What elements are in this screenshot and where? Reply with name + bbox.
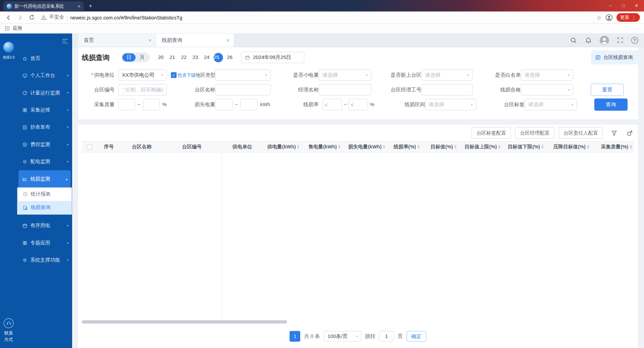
- sort-icon[interactable]: [383, 145, 385, 149]
- new-station-select[interactable]: 请选择▾: [421, 69, 473, 81]
- maximize-button[interactable]: □: [617, 0, 630, 11]
- column-header-sortable[interactable]: 损失电量(kWh): [345, 143, 388, 150]
- page-size-select[interactable]: 100条/页▾: [324, 331, 362, 342]
- bell-icon[interactable]: [585, 37, 592, 44]
- tab-close-icon[interactable]: ×: [226, 38, 229, 43]
- fullscreen-scan-icon[interactable]: [617, 37, 624, 44]
- select-all-checkbox[interactable]: [87, 144, 92, 149]
- loss-energy-min-input[interactable]: [216, 99, 232, 110]
- date-option[interactable]: 23: [191, 53, 200, 62]
- manager-id-input[interactable]: [425, 87, 469, 93]
- sidebar-item-orderly-power[interactable]: 有序用电 ▾: [17, 217, 72, 234]
- workspace-tab-line-loss-query[interactable]: 线损查询 ×: [156, 33, 234, 47]
- profile-icon[interactable]: [605, 14, 613, 21]
- include-sub-label[interactable]: 包含下级: [177, 72, 196, 78]
- period-month-button[interactable]: 月: [136, 53, 149, 61]
- include-sub-checkbox[interactable]: ✓: [171, 72, 176, 78]
- query-button[interactable]: 查询: [594, 98, 628, 111]
- column-header-sortable[interactable]: 目标值上限(%): [462, 143, 503, 150]
- reset-button[interactable]: 重置: [591, 84, 624, 96]
- browser-tab-close-icon[interactable]: ×: [77, 4, 80, 9]
- filter-funnel-icon[interactable]: [609, 128, 619, 137]
- workspace-tab-home[interactable]: 首页 ×: [78, 33, 156, 47]
- station-no-input[interactable]: [122, 87, 163, 93]
- page-number-button[interactable]: 1: [290, 331, 301, 342]
- browser-update-button[interactable]: 更新 ⋮: [616, 13, 640, 22]
- browser-tab[interactable]: 新一代用电信息采集系统 ×: [3, 1, 84, 12]
- region-type-select[interactable]: ▾: [215, 69, 271, 81]
- help-icon[interactable]: ?: [631, 37, 638, 44]
- loss-rate-min-input[interactable]: [329, 102, 340, 108]
- sort-icon[interactable]: [498, 145, 500, 149]
- sort-icon[interactable]: [338, 145, 340, 149]
- whitelist-select[interactable]: 请选择▾: [521, 69, 574, 81]
- supply-unit-select[interactable]: XX市供电公司▾: [118, 69, 167, 81]
- date-option[interactable]: 26: [225, 53, 234, 62]
- station-tag-select[interactable]: 请选择▾: [525, 99, 577, 110]
- sort-icon[interactable]: [587, 145, 589, 149]
- submenu-item-statistics-report[interactable]: 统计报表: [17, 188, 72, 201]
- loss-range-select[interactable]: 请选择▾: [425, 99, 476, 110]
- sidebar-item-fee-control[interactable]: 费控监测 ▾: [17, 136, 72, 153]
- refresh-icon[interactable]: [27, 13, 36, 22]
- sidebar-item-line-loss-monitor[interactable]: 线损监测 ▴: [18, 170, 71, 187]
- bookmarks-apps-label[interactable]: 应用: [13, 25, 22, 31]
- sidebar-item-workbench[interactable]: 个人工作台 ▾: [17, 67, 72, 84]
- loss-qualified-select[interactable]: ▾: [521, 84, 574, 95]
- column-header-sortable[interactable]: 压降目标值(%): [548, 143, 594, 150]
- address-bar[interactable]: 不安全 neweic.js.sgcc.com.cn/#/llm/line/Sta…: [41, 14, 594, 21]
- date-option[interactable]: 21: [168, 53, 177, 62]
- date-option-selected[interactable]: 25: [214, 53, 223, 62]
- sort-icon[interactable]: [630, 145, 632, 149]
- sidebar-collapse-icon[interactable]: [62, 39, 68, 44]
- column-header-sortable[interactable]: 目标值(%): [425, 143, 462, 150]
- jump-page-input[interactable]: [379, 331, 394, 342]
- scrollbar-thumb[interactable]: [82, 320, 287, 324]
- station-name-input[interactable]: [219, 87, 267, 93]
- collect-quality-max-input[interactable]: [143, 99, 159, 110]
- submenu-item-line-loss-query[interactable]: 线损查询: [17, 201, 72, 214]
- back-icon[interactable]: [4, 13, 13, 22]
- date-input[interactable]: 2024年09月25日: [241, 52, 305, 63]
- station-manager-config-button[interactable]: 台区经理配置: [515, 127, 555, 139]
- date-option[interactable]: 24: [202, 53, 211, 62]
- tab-close-icon[interactable]: ×: [149, 38, 152, 43]
- manager-name-input[interactable]: [322, 87, 368, 93]
- column-header-sortable[interactable]: 售电量(kWh): [304, 143, 345, 150]
- sidebar-item-system-support[interactable]: 系统支撑功能 ▾: [17, 252, 72, 269]
- column-header-sortable[interactable]: 线损率(%): [388, 143, 425, 150]
- minimize-button[interactable]: ─: [604, 0, 617, 11]
- date-option[interactable]: 22: [179, 53, 189, 62]
- collect-quality-min-input[interactable]: [119, 99, 135, 110]
- sidebar-item-meter-reading[interactable]: 抄表发布 ▾: [17, 119, 72, 136]
- search-icon[interactable]: [570, 37, 577, 44]
- sort-icon[interactable]: [297, 145, 299, 149]
- sidebar-item-collection-ops[interactable]: 采集运维 ▾: [17, 101, 72, 118]
- station-tag-config-button[interactable]: 台区标签配置: [472, 127, 511, 139]
- sort-icon[interactable]: [541, 145, 544, 149]
- forward-icon[interactable]: [16, 13, 25, 22]
- headset-icon[interactable]: [4, 318, 13, 328]
- period-day-button[interactable]: 日: [122, 53, 136, 61]
- sidebar-item-home[interactable]: 首页: [17, 50, 72, 67]
- sidebar-item-metering-monitor[interactable]: 计量运行监测 ▾: [17, 84, 72, 101]
- column-header-sortable[interactable]: 供电量(kWh): [263, 143, 304, 150]
- loss-energy-max-input[interactable]: [241, 99, 257, 110]
- jump-confirm-button[interactable]: 确定: [407, 331, 426, 342]
- new-tab-button[interactable]: +: [89, 2, 92, 9]
- station-line-loss-query-tag[interactable]: 台区线损查询: [591, 51, 638, 65]
- column-header-sortable[interactable]: 目标值下限(%): [503, 143, 548, 150]
- small-power-select[interactable]: 请选择▾: [319, 69, 371, 81]
- bookmark-star-icon[interactable]: ☆: [596, 14, 601, 21]
- export-icon[interactable]: [625, 128, 634, 137]
- sort-icon[interactable]: [454, 145, 457, 149]
- browser-menu-icon[interactable]: ⋮: [631, 14, 636, 20]
- station-owner-config-button[interactable]: 台区责任人配置: [558, 127, 603, 139]
- user-avatar[interactable]: [600, 36, 609, 45]
- contact-block[interactable]: 联系 方式: [4, 318, 13, 343]
- apps-grid-icon[interactable]: [4, 26, 10, 31]
- close-button[interactable]: ✕: [630, 0, 643, 11]
- sidebar-item-distribution-monitor[interactable]: 配电监测 ▾: [17, 153, 72, 170]
- sidebar-item-special-apps[interactable]: 专题应用 ▾: [17, 234, 72, 251]
- date-option[interactable]: 20: [156, 53, 165, 62]
